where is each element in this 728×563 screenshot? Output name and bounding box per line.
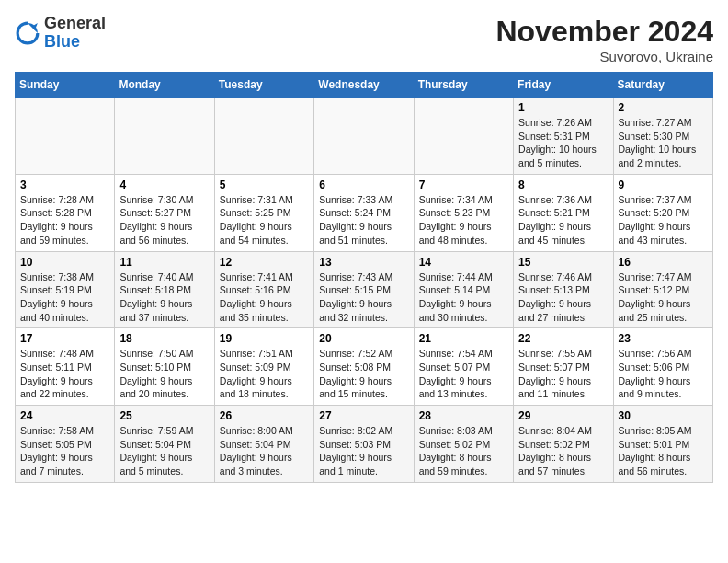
day-number: 21 — [419, 332, 508, 345]
day-info: Sunrise: 7:58 AM Sunset: 5:05 PM Dayligh… — [20, 424, 109, 478]
day-number: 2 — [619, 101, 708, 114]
logo-icon — [15, 20, 40, 46]
day-info: Sunrise: 8:05 AM Sunset: 5:01 PM Dayligh… — [619, 424, 708, 478]
day-number: 29 — [518, 409, 608, 422]
calendar-cell: 18Sunrise: 7:50 AM Sunset: 5:10 PM Dayli… — [115, 328, 214, 406]
calendar-cell: 1Sunrise: 7:26 AM Sunset: 5:31 PM Daylig… — [514, 98, 613, 175]
day-info: Sunrise: 8:03 AM Sunset: 5:02 PM Dayligh… — [419, 424, 508, 478]
week-row-4: 17Sunrise: 7:48 AM Sunset: 5:11 PM Dayli… — [16, 328, 713, 406]
day-info: Sunrise: 7:59 AM Sunset: 5:04 PM Dayligh… — [119, 424, 209, 478]
calendar-cell — [16, 98, 115, 175]
calendar-cell: 15Sunrise: 7:46 AM Sunset: 5:13 PM Dayli… — [514, 251, 613, 328]
calendar-cell: 20Sunrise: 7:52 AM Sunset: 5:08 PM Dayli… — [314, 328, 414, 406]
calendar-cell: 25Sunrise: 7:59 AM Sunset: 5:04 PM Dayli… — [115, 406, 214, 483]
day-info: Sunrise: 8:04 AM Sunset: 5:02 PM Dayligh… — [518, 424, 608, 478]
weekday-header-monday: Monday — [115, 73, 214, 98]
day-number: 16 — [619, 256, 708, 269]
month-title: November 2024 — [495, 15, 713, 49]
day-info: Sunrise: 7:56 AM Sunset: 5:06 PM Dayligh… — [619, 347, 708, 401]
calendar-cell: 4Sunrise: 7:30 AM Sunset: 5:27 PM Daylig… — [115, 174, 214, 251]
day-number: 8 — [518, 178, 608, 191]
day-info: Sunrise: 7:52 AM Sunset: 5:08 PM Dayligh… — [319, 347, 408, 401]
calendar-cell: 28Sunrise: 8:03 AM Sunset: 5:02 PM Dayli… — [414, 406, 513, 483]
day-info: Sunrise: 7:37 AM Sunset: 5:20 PM Dayligh… — [619, 193, 708, 247]
day-number: 26 — [220, 409, 309, 422]
day-info: Sunrise: 7:43 AM Sunset: 5:15 PM Dayligh… — [319, 270, 408, 325]
calendar-cell — [214, 98, 313, 175]
day-number: 18 — [119, 332, 209, 345]
day-number: 17 — [20, 332, 109, 345]
calendar-cell: 16Sunrise: 7:47 AM Sunset: 5:12 PM Dayli… — [613, 251, 712, 328]
day-number: 15 — [518, 256, 608, 269]
day-number: 20 — [319, 332, 408, 345]
calendar-cell: 13Sunrise: 7:43 AM Sunset: 5:15 PM Dayli… — [314, 251, 414, 328]
day-number: 28 — [419, 409, 508, 422]
logo: General Blue — [15, 15, 106, 52]
location-subtitle: Suvorovo, Ukraine — [495, 49, 713, 64]
day-number: 9 — [619, 178, 708, 191]
calendar-cell — [314, 98, 414, 175]
weekday-header-sunday: Sunday — [16, 73, 115, 98]
calendar-cell: 12Sunrise: 7:41 AM Sunset: 5:16 PM Dayli… — [214, 251, 313, 328]
title-block: November 2024 Suvorovo, Ukraine — [495, 15, 713, 64]
day-info: Sunrise: 7:40 AM Sunset: 5:18 PM Dayligh… — [119, 270, 209, 325]
day-info: Sunrise: 7:30 AM Sunset: 5:27 PM Dayligh… — [119, 193, 209, 247]
calendar-cell — [414, 98, 513, 175]
day-info: Sunrise: 7:34 AM Sunset: 5:23 PM Dayligh… — [419, 193, 508, 247]
calendar-table: SundayMondayTuesdayWednesdayThursdayFrid… — [15, 72, 713, 483]
day-number: 14 — [419, 256, 508, 269]
calendar-cell — [115, 98, 214, 175]
day-number: 3 — [20, 178, 109, 191]
weekday-header-tuesday: Tuesday — [214, 73, 313, 98]
calendar-cell: 23Sunrise: 7:56 AM Sunset: 5:06 PM Dayli… — [613, 328, 712, 406]
day-number: 13 — [319, 256, 408, 269]
day-info: Sunrise: 7:55 AM Sunset: 5:07 PM Dayligh… — [518, 347, 608, 401]
day-info: Sunrise: 7:38 AM Sunset: 5:19 PM Dayligh… — [20, 270, 109, 325]
day-info: Sunrise: 7:44 AM Sunset: 5:14 PM Dayligh… — [419, 270, 508, 325]
calendar-cell: 7Sunrise: 7:34 AM Sunset: 5:23 PM Daylig… — [414, 174, 513, 251]
calendar-cell: 29Sunrise: 8:04 AM Sunset: 5:02 PM Dayli… — [514, 406, 613, 483]
day-info: Sunrise: 8:00 AM Sunset: 5:04 PM Dayligh… — [220, 424, 309, 478]
calendar-cell: 19Sunrise: 7:51 AM Sunset: 5:09 PM Dayli… — [214, 328, 313, 406]
calendar-cell: 14Sunrise: 7:44 AM Sunset: 5:14 PM Dayli… — [414, 251, 513, 328]
calendar-cell: 5Sunrise: 7:31 AM Sunset: 5:25 PM Daylig… — [214, 174, 313, 251]
calendar-cell: 26Sunrise: 8:00 AM Sunset: 5:04 PM Dayli… — [214, 406, 313, 483]
day-info: Sunrise: 7:47 AM Sunset: 5:12 PM Dayligh… — [619, 270, 708, 325]
week-row-2: 3Sunrise: 7:28 AM Sunset: 5:28 PM Daylig… — [16, 174, 713, 251]
calendar-cell: 10Sunrise: 7:38 AM Sunset: 5:19 PM Dayli… — [16, 251, 115, 328]
day-info: Sunrise: 7:31 AM Sunset: 5:25 PM Dayligh… — [220, 193, 309, 247]
calendar-cell: 30Sunrise: 8:05 AM Sunset: 5:01 PM Dayli… — [613, 406, 712, 483]
day-info: Sunrise: 7:33 AM Sunset: 5:24 PM Dayligh… — [319, 193, 408, 247]
day-info: Sunrise: 7:46 AM Sunset: 5:13 PM Dayligh… — [518, 270, 608, 325]
calendar-cell: 3Sunrise: 7:28 AM Sunset: 5:28 PM Daylig… — [16, 174, 115, 251]
weekday-header-row: SundayMondayTuesdayWednesdayThursdayFrid… — [16, 73, 713, 98]
day-info: Sunrise: 7:28 AM Sunset: 5:28 PM Dayligh… — [20, 193, 109, 247]
page-header: General Blue November 2024 Suvorovo, Ukr… — [15, 15, 713, 64]
calendar-cell: 17Sunrise: 7:48 AM Sunset: 5:11 PM Dayli… — [16, 328, 115, 406]
week-row-1: 1Sunrise: 7:26 AM Sunset: 5:31 PM Daylig… — [16, 98, 713, 175]
day-info: Sunrise: 7:50 AM Sunset: 5:10 PM Dayligh… — [119, 347, 209, 401]
weekday-header-saturday: Saturday — [613, 73, 712, 98]
calendar-cell: 11Sunrise: 7:40 AM Sunset: 5:18 PM Dayli… — [115, 251, 214, 328]
logo-text: General Blue — [44, 15, 106, 52]
day-number: 5 — [220, 178, 309, 191]
calendar-cell: 2Sunrise: 7:27 AM Sunset: 5:30 PM Daylig… — [613, 98, 712, 175]
calendar-cell: 24Sunrise: 7:58 AM Sunset: 5:05 PM Dayli… — [16, 406, 115, 483]
day-info: Sunrise: 7:36 AM Sunset: 5:21 PM Dayligh… — [518, 193, 608, 247]
day-number: 25 — [119, 409, 209, 422]
weekday-header-wednesday: Wednesday — [314, 73, 414, 98]
day-info: Sunrise: 7:48 AM Sunset: 5:11 PM Dayligh… — [20, 347, 109, 401]
calendar-cell: 9Sunrise: 7:37 AM Sunset: 5:20 PM Daylig… — [613, 174, 712, 251]
day-info: Sunrise: 7:54 AM Sunset: 5:07 PM Dayligh… — [419, 347, 508, 401]
day-number: 6 — [319, 178, 408, 191]
weekday-header-thursday: Thursday — [414, 73, 513, 98]
day-number: 30 — [619, 409, 708, 422]
calendar-cell: 6Sunrise: 7:33 AM Sunset: 5:24 PM Daylig… — [314, 174, 414, 251]
day-number: 22 — [518, 332, 608, 345]
day-info: Sunrise: 7:27 AM Sunset: 5:30 PM Dayligh… — [619, 116, 708, 170]
week-row-5: 24Sunrise: 7:58 AM Sunset: 5:05 PM Dayli… — [16, 406, 713, 483]
week-row-3: 10Sunrise: 7:38 AM Sunset: 5:19 PM Dayli… — [16, 251, 713, 328]
day-number: 11 — [119, 256, 209, 269]
day-number: 10 — [20, 256, 109, 269]
day-info: Sunrise: 7:51 AM Sunset: 5:09 PM Dayligh… — [220, 347, 309, 401]
